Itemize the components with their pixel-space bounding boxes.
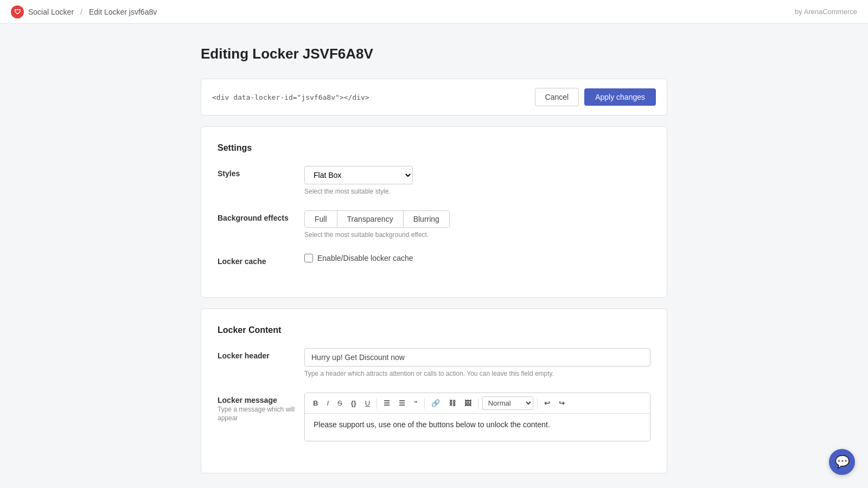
- brand-logo: 🛡: [11, 5, 24, 18]
- cancel-button[interactable]: Cancel: [535, 88, 579, 106]
- styles-select[interactable]: Flat Box Rounded Box Minimal: [304, 166, 413, 184]
- rte-unlink-button[interactable]: ⛓: [445, 397, 459, 409]
- rte-ol-button[interactable]: ☰: [395, 397, 409, 409]
- chat-widget[interactable]: 💬: [829, 449, 855, 475]
- rte-content[interactable]: Please support us, use one of the button…: [305, 414, 650, 441]
- locker-header-row: Locker header Type a header which attrac…: [218, 348, 650, 377]
- code-snippet: <div data-locker-id="jsvf6a8v"></div>: [212, 93, 369, 101]
- locker-message-control: B I S {} U ☰ ☰ “ 🔗 ⛓ 🖼: [304, 393, 650, 441]
- styles-label: Styles: [218, 166, 304, 178]
- locker-header-help: Type a header which attracts attention o…: [304, 370, 650, 377]
- styles-row: Styles Flat Box Rounded Box Minimal Sele…: [218, 166, 650, 195]
- locker-cache-checkbox[interactable]: [304, 254, 313, 262]
- locker-cache-control: Enable/Disable locker cache: [304, 254, 650, 262]
- rte-link-button[interactable]: 🔗: [427, 397, 444, 409]
- locker-content-title: Locker Content: [218, 325, 650, 335]
- locker-cache-row: Locker cache Enable/Disable locker cache: [218, 254, 650, 266]
- page-title: Editing Locker JSVF6A8V: [201, 46, 667, 62]
- rte-separator-3: [478, 398, 478, 409]
- locker-cache-checkbox-row: Enable/Disable locker cache: [304, 254, 650, 262]
- background-effects-label: Background effects: [218, 210, 304, 222]
- bg-transparency-button[interactable]: Transparency: [337, 211, 404, 227]
- background-effects-toggle-group: Full Transparency Blurring: [304, 210, 450, 228]
- topnav-left: 🛡 Social Locker / Edit Locker jsvf6a8v: [11, 5, 157, 18]
- rte-ul-button[interactable]: ☰: [380, 397, 394, 409]
- bg-full-button[interactable]: Full: [305, 211, 337, 227]
- nav-byline: by ArenaCommerce: [795, 8, 857, 16]
- code-bar-actions: Cancel Apply changes: [535, 88, 656, 106]
- rte-undo-button[interactable]: ↩: [540, 397, 554, 409]
- nav-separator: /: [80, 8, 82, 16]
- settings-title: Settings: [218, 143, 650, 153]
- rte-code-button[interactable]: {}: [347, 397, 360, 409]
- locker-content-card: Locker Content Locker header Type a head…: [201, 309, 667, 473]
- locker-message-row: Locker message Type a message which will…: [218, 393, 650, 441]
- settings-card: Settings Styles Flat Box Rounded Box Min…: [201, 126, 667, 298]
- code-bar: <div data-locker-id="jsvf6a8v"></div> Ca…: [201, 79, 667, 115]
- chat-icon: 💬: [835, 455, 850, 469]
- rte-separator-4: [537, 398, 538, 409]
- locker-header-label: Locker header: [218, 348, 304, 360]
- locker-header-control: Type a header which attracts attention o…: [304, 348, 650, 377]
- topnav: 🛡 Social Locker / Edit Locker jsvf6a8v b…: [0, 0, 868, 24]
- locker-header-input[interactable]: [304, 348, 650, 367]
- bg-blurring-button[interactable]: Blurring: [404, 211, 449, 227]
- rte-strikethrough-button[interactable]: S: [334, 397, 346, 409]
- locker-message-label-help: Type a message which will appear: [218, 406, 295, 422]
- nav-page: Edit Locker jsvf6a8v: [89, 8, 157, 16]
- background-effects-row: Background effects Full Transparency Blu…: [218, 210, 650, 239]
- locker-cache-checkbox-label: Enable/Disable locker cache: [317, 254, 413, 262]
- rte-container: B I S {} U ☰ ☰ “ 🔗 ⛓ 🖼: [304, 393, 650, 441]
- rte-underline-button[interactable]: U: [361, 397, 374, 409]
- styles-control: Flat Box Rounded Box Minimal Select the …: [304, 166, 650, 195]
- rte-image-button[interactable]: 🖼: [461, 397, 475, 409]
- background-effects-control: Full Transparency Blurring Select the mo…: [304, 210, 650, 239]
- rte-toolbar: B I S {} U ☰ ☰ “ 🔗 ⛓ 🖼: [305, 393, 650, 414]
- nav-brand: Social Locker: [28, 8, 74, 16]
- rte-format-select[interactable]: Normal Heading 1 Heading 2 Heading 3: [482, 396, 533, 410]
- rte-italic-button[interactable]: I: [323, 397, 333, 409]
- rte-bold-button[interactable]: B: [309, 397, 322, 409]
- background-effects-help: Select the most suitable background effe…: [304, 231, 650, 239]
- main-content: Editing Locker JSVF6A8V <div data-locker…: [190, 24, 678, 488]
- locker-cache-label: Locker cache: [218, 254, 304, 266]
- rte-redo-button[interactable]: ↪: [555, 397, 569, 409]
- locker-message-label: Locker message Type a message which will…: [218, 393, 304, 422]
- styles-help: Select the most suitable style.: [304, 188, 650, 195]
- rte-quote-button[interactable]: “: [410, 397, 422, 409]
- rte-separator-1: [376, 398, 377, 409]
- apply-changes-button[interactable]: Apply changes: [584, 88, 656, 106]
- rte-separator-2: [424, 398, 425, 409]
